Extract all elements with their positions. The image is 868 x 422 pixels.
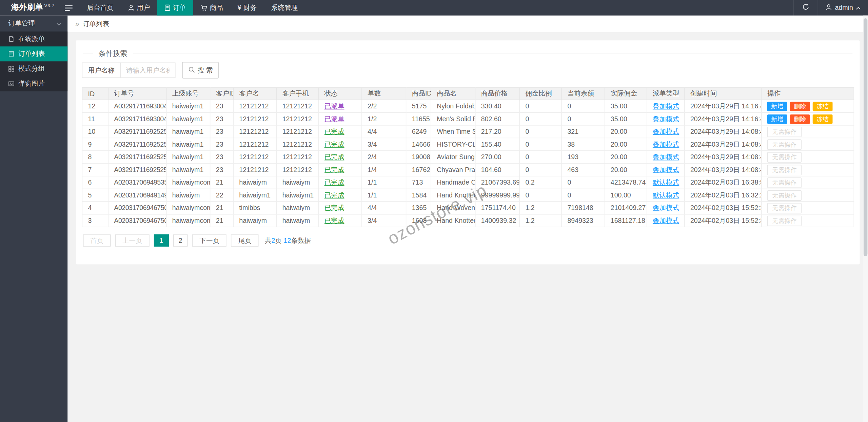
status-link[interactable]: 已完成 bbox=[324, 166, 344, 173]
cell-product-id: 6249 bbox=[406, 125, 431, 138]
search-button[interactable]: 搜 索 bbox=[182, 62, 219, 79]
delete-button[interactable]: 删除 bbox=[790, 114, 810, 124]
sidebar-item-online-dispatch[interactable]: 在线派单 bbox=[0, 31, 67, 46]
sidebar-group-order-management[interactable]: 订单管理 bbox=[0, 16, 67, 31]
dispatch-type-link[interactable]: 叠加模式 bbox=[653, 153, 679, 161]
username-search-input[interactable] bbox=[120, 62, 175, 78]
nav-goods[interactable]: 商品 bbox=[193, 0, 230, 16]
dispatch-type-link[interactable]: 叠加模式 bbox=[653, 140, 679, 148]
cell-created-at: 2024年02月03日 15:52:30 bbox=[685, 202, 762, 214]
status-link[interactable]: 已完成 bbox=[324, 204, 344, 212]
orders-table: ID订单号上级账号客户ID客户名客户手机状态单数商品ID商品名商品价格佣金比例当… bbox=[82, 87, 854, 227]
status-link[interactable]: 已完成 bbox=[324, 178, 344, 186]
nav-home[interactable]: 后台首页 bbox=[80, 0, 121, 16]
nav-system[interactable]: 系统管理 bbox=[264, 0, 305, 16]
dispatch-type-link[interactable]: 叠加模式 bbox=[653, 127, 679, 135]
cell-commission-ratio: 0.2 bbox=[519, 176, 561, 189]
cell-op: 无需操作 bbox=[762, 202, 854, 214]
dispatch-type-link[interactable]: 默认模式 bbox=[653, 191, 679, 199]
cell-commission-ratio: 0 bbox=[519, 189, 561, 202]
nav-finance[interactable]: ¥财务 bbox=[230, 0, 264, 16]
status-link[interactable]: 已完成 bbox=[324, 127, 344, 135]
cell-customer-phone: haiwaiym bbox=[277, 176, 319, 189]
no-action-button: 无需操作 bbox=[767, 126, 802, 137]
status-link[interactable]: 已完成 bbox=[324, 153, 344, 161]
nav-orders[interactable]: 订单 bbox=[157, 0, 193, 16]
cell-customer-phone: 12121212 bbox=[277, 112, 319, 125]
nav-item-label: 后台首页 bbox=[87, 3, 113, 13]
cell-dispatch-type: 默认模式 bbox=[647, 176, 685, 189]
no-action-button: 无需操作 bbox=[767, 190, 802, 201]
cell-id: 8 bbox=[82, 151, 108, 164]
column-header: 订单号 bbox=[108, 88, 166, 100]
freeze-button[interactable]: 冻结 bbox=[813, 114, 833, 124]
cell-customer-name: 12121212 bbox=[233, 112, 276, 125]
dispatch-type-link[interactable]: 叠加模式 bbox=[653, 204, 679, 212]
cell-dispatch-type: 叠加模式 bbox=[647, 214, 685, 227]
cell-product-name: Chyavan Praks... bbox=[431, 163, 475, 176]
cell-customer-phone: haiwaiym bbox=[277, 202, 319, 214]
order-row: 4A02031706946750731haiwaiymcom21timibbsh… bbox=[82, 202, 854, 214]
delete-button[interactable]: 删除 bbox=[790, 102, 810, 111]
cell-dispatch-type: 叠加模式 bbox=[647, 202, 685, 214]
cell-order-no: A03291711692525942 bbox=[108, 163, 166, 176]
dispatch-type-link[interactable]: 叠加模式 bbox=[653, 102, 679, 110]
column-header: 上级账号 bbox=[166, 88, 210, 100]
status-link[interactable]: 已完成 bbox=[324, 191, 344, 199]
cell-customer-phone: 12121212 bbox=[277, 100, 319, 113]
status-link[interactable]: 已派单 bbox=[324, 115, 344, 123]
status-link[interactable]: 已派单 bbox=[324, 102, 344, 110]
menu-toggle-icon[interactable] bbox=[58, 0, 80, 16]
cell-status: 已派单 bbox=[319, 100, 362, 113]
cell-product-name: Handmade Cla... bbox=[431, 176, 475, 189]
sidebar-item-popup-image[interactable]: 弹窗图片 bbox=[0, 76, 67, 91]
page-last[interactable]: 尾页 bbox=[231, 234, 259, 247]
page-1[interactable]: 1 bbox=[154, 234, 169, 247]
dispatch-type-link[interactable]: 叠加模式 bbox=[653, 115, 679, 123]
search-form: 用户名称 搜 索 bbox=[82, 62, 854, 79]
cell-order-count: 2/4 bbox=[362, 151, 406, 164]
user-menu[interactable]: admin bbox=[818, 0, 868, 16]
column-header: 单数 bbox=[362, 88, 406, 100]
cell-commission-ratio: 1.2 bbox=[519, 202, 561, 214]
cell-created-at: 2024年02月03日 15:52:30 bbox=[685, 214, 762, 227]
nav-item-label: 商品 bbox=[210, 3, 223, 13]
status-link[interactable]: 已完成 bbox=[324, 140, 344, 148]
cell-current-balance: 0 bbox=[561, 189, 605, 202]
cell-parent-account: haiwaiym1 bbox=[166, 100, 210, 113]
refresh-button[interactable] bbox=[793, 0, 818, 16]
nav-users[interactable]: 用户 bbox=[121, 0, 157, 16]
add-button[interactable]: 新增 bbox=[767, 102, 787, 111]
cell-customer-phone: haiwaiym bbox=[277, 214, 319, 227]
cell-current-balance: 193 bbox=[561, 151, 605, 164]
scrollbar-thumb[interactable] bbox=[864, 18, 867, 256]
cell-customer-id: 23 bbox=[210, 163, 234, 176]
sidebar: 订单管理 在线派单订单列表模式分组弹窗图片 bbox=[0, 16, 67, 422]
cell-created-at: 2024年02月03日 16:32:29 bbox=[685, 189, 762, 202]
cell-product-id: 1365 bbox=[406, 202, 431, 214]
nav-item-label: 订单 bbox=[173, 3, 186, 13]
cell-customer-name: 12121212 bbox=[233, 100, 276, 113]
cell-order-count: 2/2 bbox=[362, 100, 406, 113]
cell-parent-account: haiwaiymcom bbox=[166, 202, 210, 214]
sidebar-item-order-list[interactable]: 订单列表 bbox=[0, 46, 67, 61]
page-next[interactable]: 下一页 bbox=[192, 234, 226, 247]
freeze-button[interactable]: 冻结 bbox=[813, 102, 833, 111]
order-row: 7A03291711692525942haiwaiym1231212121212… bbox=[82, 163, 854, 176]
cell-current-balance: 463 bbox=[561, 163, 605, 176]
column-header: 客户手机 bbox=[277, 88, 319, 100]
add-button[interactable]: 新增 bbox=[767, 114, 787, 124]
cell-order-count: 1/1 bbox=[362, 189, 406, 202]
status-link[interactable]: 已完成 bbox=[324, 216, 344, 224]
cell-customer-phone: 12121212 bbox=[277, 151, 319, 164]
cell-order-no: A03291711692525934 bbox=[108, 125, 166, 138]
order-row: 8A03291711692525142haiwaiym1231212121212… bbox=[82, 151, 854, 164]
cell-dispatch-type: 默认模式 bbox=[647, 189, 685, 202]
dispatch-type-link[interactable]: 默认模式 bbox=[653, 178, 679, 186]
dispatch-type-link[interactable]: 叠加模式 bbox=[653, 166, 679, 173]
sidebar-item-label: 订单列表 bbox=[18, 49, 45, 59]
cell-current-balance: 8949323 bbox=[561, 214, 605, 227]
page-2[interactable]: 2 bbox=[173, 234, 188, 247]
sidebar-item-mode-group[interactable]: 模式分组 bbox=[0, 61, 67, 76]
dispatch-type-link[interactable]: 叠加模式 bbox=[653, 216, 679, 224]
